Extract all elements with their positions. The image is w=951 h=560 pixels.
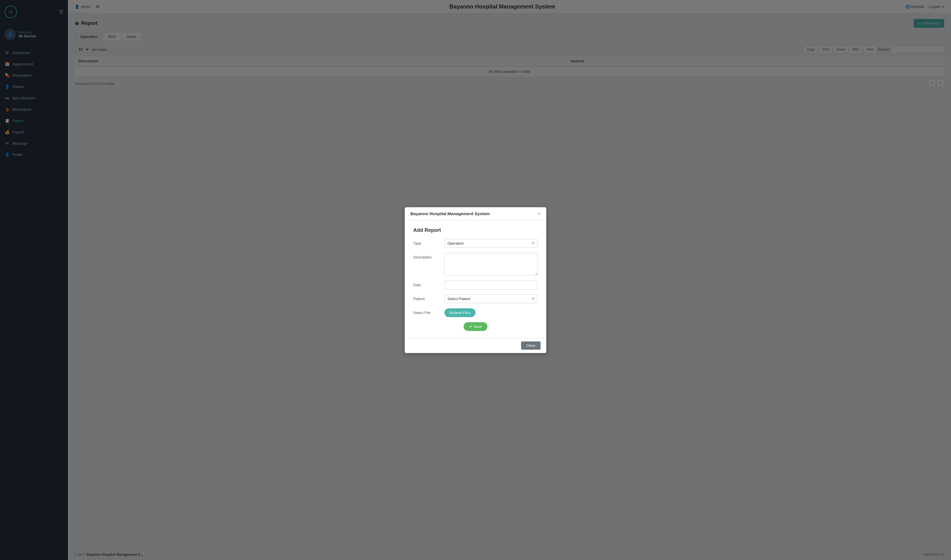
form-title: Add Report [413, 227, 538, 233]
type-field-group: Type Operation Birth Death ▼ [413, 239, 538, 248]
modal-header: Bayanno Hospital Management System × [405, 207, 546, 220]
patient-select-wrapper: Select Patient ▼ [445, 294, 538, 303]
browse-files-button[interactable]: Browse Files [445, 308, 476, 317]
select-file-group: Select File Browse Files [413, 308, 538, 317]
type-select-wrapper: Operation Birth Death ▼ [445, 239, 538, 248]
modal-footer: Close [405, 338, 546, 353]
modal-title: Bayanno Hospital Management System [411, 211, 490, 216]
description-field-group: Description [413, 253, 538, 275]
form-actions: ✔ Save [413, 322, 538, 331]
type-label: Type [413, 239, 445, 245]
type-select[interactable]: Operation Birth Death [445, 239, 538, 248]
save-button[interactable]: ✔ Save [463, 322, 488, 331]
date-input[interactable] [445, 281, 538, 289]
description-label: Description [413, 253, 445, 259]
modal-close-x-button[interactable]: × [537, 211, 540, 216]
date-label: Date [413, 281, 445, 287]
modal-overlay[interactable]: Bayanno Hospital Management System × Add… [0, 0, 951, 560]
patient-label: Patient [413, 294, 445, 301]
close-button[interactable]: Close [521, 342, 540, 350]
description-textarea[interactable] [445, 253, 538, 275]
select-file-label: Select File [413, 308, 445, 315]
modal-body: Add Report Type Operation Birth Death ▼ … [405, 220, 546, 338]
patient-field-group: Patient Select Patient ▼ [413, 294, 538, 303]
patient-select[interactable]: Select Patient [445, 294, 538, 303]
add-report-modal: Bayanno Hospital Management System × Add… [405, 207, 546, 353]
date-field-group: Date [413, 281, 538, 289]
